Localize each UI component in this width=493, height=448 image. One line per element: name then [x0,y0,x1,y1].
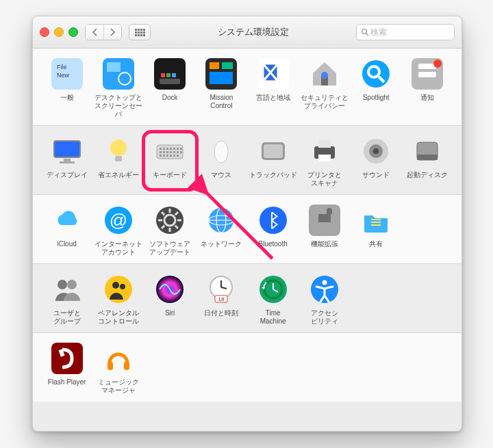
svg-rect-53 [177,155,179,157]
svg-point-0 [362,29,367,34]
pref-item-a11y[interactable]: アクセシ ビリティ [300,274,349,326]
trackpad-icon [257,135,289,167]
energy-icon [103,135,134,167]
date-icon: 18 [205,274,237,305]
pref-item-label: 通知 [420,94,434,110]
svg-text:18: 18 [218,296,225,302]
svg-rect-27 [54,141,80,157]
svg-rect-41 [160,151,162,153]
pref-item-ext[interactable]: 機能拡張 [300,205,349,256]
pref-item-lang[interactable]: 言語と地域 [249,58,297,118]
pref-item-energy[interactable]: 省エネルギー [94,135,142,187]
pref-item-desktop[interactable]: デスクトップと スクリーンセーバ [94,58,142,118]
desktop-icon [103,58,134,90]
svg-rect-29 [64,159,71,161]
pref-item-network[interactable]: ネットワーク [197,205,246,256]
pref-item-parental[interactable]: ペアレンタル コントロール [94,274,142,326]
minimize-button[interactable] [54,27,64,37]
svg-rect-10 [161,73,165,77]
svg-point-87 [120,284,125,289]
users-icon [51,274,83,305]
pref-item-label: マウス [211,171,231,187]
pref-item-label: 一般 [60,94,74,110]
svg-rect-56 [264,144,283,158]
pref-item-notify[interactable]: 通知 [403,58,452,118]
general-icon: FileNew [51,58,83,90]
spotlight-icon [360,58,392,90]
svg-rect-32 [115,156,122,161]
svg-rect-35 [163,148,165,150]
svg-rect-59 [318,155,331,161]
svg-rect-42 [163,151,165,153]
accounts-icon: @ [103,205,134,236]
display-icon [51,135,83,167]
pref-item-bluetooth[interactable]: Bluetooth [249,205,297,256]
bluetooth-icon [257,205,289,236]
pref-item-display[interactable]: ディスプレイ [42,135,91,187]
pref-item-music[interactable]: ミュージック マネージャ [94,343,142,395]
keyboard-icon [154,135,186,167]
pref-item-label: Siri [165,309,175,326]
search-input[interactable] [369,27,450,38]
svg-rect-16 [210,72,233,84]
forward-button[interactable] [103,25,121,40]
pref-item-dock[interactable]: Dock [146,58,194,118]
pref-item-keyboard[interactable]: キーボード [146,135,194,187]
pref-item-security[interactable]: セキュリティと プライバシー [300,58,349,118]
pref-item-spotlight[interactable]: Spotlight [352,58,401,118]
pref-item-swupdate[interactable]: ソフトウェア アップデート [146,205,194,256]
svg-rect-40 [180,148,182,150]
pref-item-sound[interactable]: サウンド [352,135,401,187]
pref-item-tm[interactable]: Time Machine [249,274,297,326]
svg-rect-36 [166,148,168,150]
svg-rect-44 [170,151,172,153]
svg-rect-30 [60,161,75,163]
pref-item-share[interactable]: 共有 [352,205,401,256]
startup-icon [412,135,443,167]
pref-item-label: ディスプレイ [47,171,88,187]
pref-item-label: Time Machine [260,309,286,326]
pref-item-mission[interactable]: Mission Control [197,58,246,118]
svg-rect-34 [160,148,162,150]
pref-item-label: 共有 [369,240,383,256]
window-controls [40,27,78,37]
close-button[interactable] [40,27,49,37]
pref-item-label: 機能拡張 [311,240,338,256]
pref-item-siri[interactable]: Siri [146,274,194,326]
toolbar: システム環境設定 [33,16,462,49]
pref-item-users[interactable]: ユーザと グループ [42,274,91,326]
a11y-icon [309,274,340,305]
show-all-button[interactable] [129,24,151,40]
pref-item-icloud[interactable]: iCloud [42,205,91,256]
svg-point-20 [362,60,390,88]
search-field[interactable] [356,24,455,40]
share-icon [360,205,392,236]
pref-item-startup[interactable]: 起動ディスク [403,135,452,187]
pref-item-label: アクセシ ビリティ [311,309,338,326]
svg-point-54 [214,141,228,163]
zoom-button[interactable] [68,27,78,37]
pref-item-label: デスクトップと スクリーンセーバ [94,94,142,118]
svg-text:File: File [57,64,67,70]
pref-item-flash[interactable]: Flash Player [42,343,91,395]
pref-item-date[interactable]: 18日付と時刻 [197,274,246,326]
back-button[interactable] [86,25,103,40]
pref-item-general[interactable]: FileNew一般 [42,58,91,118]
pref-item-label: トラックパッド [249,171,297,187]
pref-item-label: 日付と時刻 [204,309,238,326]
pref-item-accounts[interactable]: @インターネット アカウント [94,205,142,256]
svg-point-26 [433,60,442,68]
icloud-icon [51,205,83,236]
music-icon [103,343,134,374]
pref-item-mouse[interactable]: マウス [197,135,246,187]
pref-item-printer[interactable]: プリンタと スキャナ [300,135,349,187]
pref-item-label: 省エネルギー [98,171,139,187]
pref-item-label: 起動ディスク [407,171,448,187]
svg-point-84 [67,280,77,289]
svg-point-97 [322,280,327,285]
svg-rect-25 [418,72,436,77]
pref-item-trackpad[interactable]: トラックパッド [249,135,297,187]
pref-item-label: ネットワーク [201,240,242,256]
prefs-row: ディスプレイ省エネルギーキーボードマウストラックパッドプリンタと スキャナサウン… [33,126,462,195]
svg-point-83 [58,280,67,289]
